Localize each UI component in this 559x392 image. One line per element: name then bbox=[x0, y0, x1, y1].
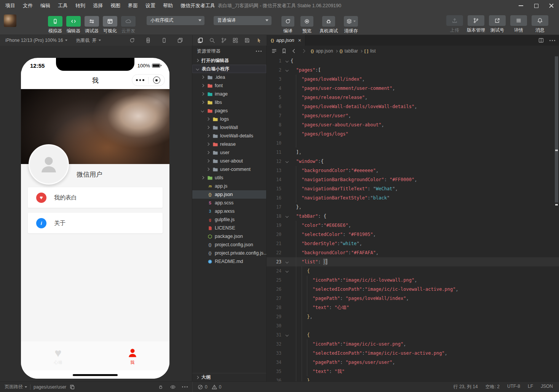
device-select[interactable]: iPhone 12/13 (Pro) 100% 16 bbox=[5, 38, 67, 43]
debug-button[interactable]: 调试器 bbox=[83, 16, 101, 34]
navigate-back-icon[interactable] bbox=[291, 48, 297, 54]
tree-item-loveWall-details[interactable]: loveWall-details bbox=[192, 132, 266, 140]
menu-item-2[interactable]: 编辑 bbox=[37, 0, 54, 11]
fold-chevron-icon[interactable] bbox=[286, 333, 289, 336]
fold-chevron-icon[interactable] bbox=[286, 69, 289, 72]
device-frame-icon[interactable] bbox=[145, 37, 151, 43]
tree-item-loveWall[interactable]: loveWall bbox=[192, 123, 266, 132]
menu-item-8[interactable]: 设置 bbox=[142, 0, 159, 11]
phone-tab-心墙[interactable]: ♥心墙 bbox=[21, 341, 95, 370]
cascade-icon[interactable] bbox=[177, 37, 183, 43]
bell-button[interactable]: 消息 bbox=[531, 15, 549, 33]
tree-item-LICENSE[interactable]: LICENSE bbox=[192, 224, 266, 232]
eol[interactable]: LF bbox=[528, 384, 533, 390]
cloud-button[interactable]: 云开发 bbox=[119, 16, 137, 34]
menu-item-5[interactable]: 选择 bbox=[89, 0, 107, 11]
phone-tab-我[interactable]: 我 bbox=[95, 341, 169, 370]
minimize-button[interactable] bbox=[513, 0, 529, 11]
bookmark-icon[interactable] bbox=[281, 48, 287, 54]
tree-item-font[interactable]: font bbox=[192, 81, 266, 90]
list-item-我的表白[interactable]: ♥我的表白 bbox=[28, 187, 163, 208]
details-button[interactable]: 详情 bbox=[509, 15, 528, 33]
debug-status-icon[interactable] bbox=[158, 384, 164, 390]
breadcrumb-segment-app.json[interactable]: {}app.json bbox=[311, 48, 333, 54]
close-button[interactable] bbox=[544, 0, 559, 11]
preview-button[interactable]: 预览 bbox=[297, 16, 316, 34]
tree-item-app.json[interactable]: {}app.json bbox=[192, 190, 266, 199]
compile-button[interactable]: 编译 bbox=[278, 16, 297, 34]
save-icon[interactable] bbox=[244, 37, 250, 43]
sim-button[interactable]: 模拟器 bbox=[46, 16, 64, 34]
encoding[interactable]: UTF-8 bbox=[507, 384, 520, 390]
menu-item-3[interactable]: 工具 bbox=[54, 0, 72, 11]
tree-item-.idea[interactable]: .idea bbox=[192, 73, 266, 81]
mode-select[interactable]: 小程序模式 bbox=[147, 16, 204, 25]
menu-item-9[interactable]: 帮助 bbox=[159, 0, 177, 11]
copy-icon[interactable] bbox=[69, 384, 75, 390]
outline-section[interactable]: 大纲 bbox=[192, 373, 266, 381]
tree-item-logs[interactable]: logs bbox=[192, 115, 266, 123]
list-item-关于[interactable]: i关于 bbox=[28, 213, 163, 233]
tree-item-user-comment[interactable]: user-comment bbox=[192, 165, 266, 174]
files-icon[interactable] bbox=[197, 37, 203, 43]
page-path-select[interactable]: 页面路径 bbox=[5, 384, 27, 390]
tree-item-user[interactable]: user bbox=[192, 148, 266, 157]
tree-item-app.wxss[interactable]: 3app.wxss bbox=[192, 207, 266, 215]
code-editor[interactable]: 1{2 "pages":[3 "pages/loveWall/index",4 … bbox=[267, 56, 559, 381]
scrollbar[interactable] bbox=[555, 56, 558, 202]
breadcrumb-segment-list[interactable]: [ ]list bbox=[364, 48, 376, 54]
test-button[interactable]: 测试号 bbox=[488, 15, 506, 33]
fold-chevron-icon[interactable] bbox=[286, 215, 289, 218]
menu-item-6[interactable]: 视图 bbox=[107, 0, 124, 11]
hot-reload-toggle[interactable]: 热重载 开 bbox=[76, 37, 101, 44]
tree-item-package.json[interactable]: package.json bbox=[192, 232, 266, 241]
fold-chevron-icon[interactable] bbox=[286, 160, 289, 163]
cursor-position[interactable]: 行 23, 列 14 bbox=[454, 384, 478, 390]
tree-item-gulpfile.js[interactable]: ggulpfile.js bbox=[192, 215, 266, 224]
split-editor-icon[interactable] bbox=[538, 37, 544, 43]
bug-button[interactable]: 真机调试 bbox=[316, 16, 341, 34]
tree-item-release[interactable]: release bbox=[192, 140, 266, 148]
menu-item-0[interactable]: 项目 bbox=[2, 0, 19, 11]
more-actions-icon[interactable] bbox=[256, 51, 262, 52]
menu-item-10[interactable]: 微信开发者工具 bbox=[177, 0, 219, 11]
menu-item-7[interactable]: 界面 bbox=[124, 0, 142, 11]
tree-item-image[interactable]: image bbox=[192, 90, 266, 98]
tree-item-project.private.config.js…[interactable]: {}project.private.config.js… bbox=[192, 249, 266, 257]
indentation[interactable]: 空格: 2 bbox=[486, 384, 500, 390]
code-button[interactable]: 编辑器 bbox=[64, 16, 83, 34]
fold-chevron-icon[interactable] bbox=[286, 260, 289, 263]
capsule-close-button[interactable] bbox=[149, 76, 165, 84]
tree-item-utils[interactable]: utils bbox=[192, 174, 266, 182]
menu-item-4[interactable]: 转到 bbox=[72, 0, 89, 11]
fold-chevron-icon[interactable] bbox=[286, 269, 289, 272]
git-branch-icon[interactable] bbox=[221, 37, 227, 43]
tree-item-app.scss[interactable]: Sapp.scss bbox=[192, 199, 266, 207]
tree-item-libs[interactable]: libs bbox=[192, 98, 266, 107]
avatar[interactable] bbox=[29, 144, 69, 185]
outline-toggle-icon[interactable] bbox=[271, 48, 277, 54]
language-mode[interactable]: JSON bbox=[541, 384, 553, 390]
tree-item-app.js[interactable]: JSapp.js bbox=[192, 182, 266, 190]
problems-indicator[interactable]: 0 0 bbox=[192, 382, 221, 392]
rotate-icon[interactable] bbox=[129, 37, 135, 43]
tree-item-README.md[interactable]: iREADME.md bbox=[192, 257, 266, 266]
branch-button[interactable]: 版本管理 bbox=[467, 15, 485, 33]
capsule-more-button[interactable] bbox=[132, 79, 148, 81]
preview-status-icon[interactable] bbox=[170, 384, 176, 390]
home-indicator[interactable] bbox=[73, 374, 118, 376]
tab-app-json[interactable]: {} app.json × bbox=[267, 35, 305, 46]
fold-chevron-icon[interactable] bbox=[286, 59, 289, 62]
compile-select[interactable]: 普通编译 bbox=[214, 16, 272, 25]
maximize-button[interactable] bbox=[529, 0, 544, 11]
menu-item-1[interactable]: 文件 bbox=[19, 0, 37, 11]
visual-button[interactable]: 可视化 bbox=[101, 16, 119, 34]
tree-item-user-about[interactable]: user-about bbox=[192, 157, 266, 165]
navigate-forward-icon[interactable] bbox=[301, 48, 307, 54]
tree-item-project.config.json[interactable]: {}project.config.json bbox=[192, 241, 266, 249]
tree-item-pages[interactable]: pages bbox=[192, 107, 266, 115]
more-actions-icon[interactable] bbox=[549, 40, 555, 41]
open-editors-section[interactable]: 打开的编辑器 bbox=[192, 56, 266, 65]
cache-button[interactable]: 清缓存 bbox=[341, 16, 361, 34]
hand-icon[interactable] bbox=[256, 37, 262, 43]
